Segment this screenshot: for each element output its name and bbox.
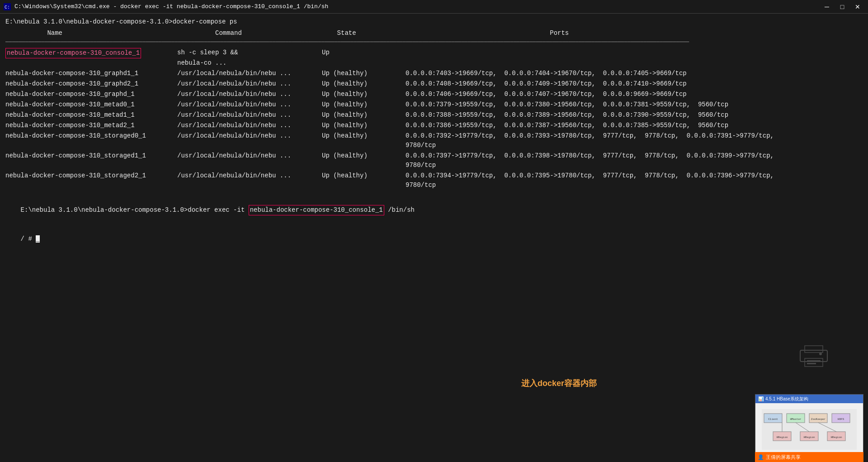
- container-state-metad1: Up (healthy): [322, 110, 406, 120]
- svg-text:Client: Client: [768, 418, 778, 421]
- table-row: nebula-docker-compose-310_graphd2_1 /usr…: [5, 79, 863, 89]
- table-row: nebula-docker-compose-310_console_1 sh -…: [5, 48, 863, 68]
- container-name-graphd: nebula-docker-compose-310_graphd_1: [5, 90, 177, 99]
- shell-prompt-line: / # _: [5, 225, 863, 253]
- row-line2-console: nebula-co ...: [5, 58, 863, 68]
- highlighted-container-name: nebula-docker-compose-310_console_1: [5, 48, 141, 58]
- row-line1: nebula-docker-compose-310_storaged2_1 /u…: [5, 171, 863, 181]
- table-divider: ────────────────────────────────────────…: [5, 38, 863, 46]
- thumbnail-icon: 📊: [758, 395, 764, 402]
- container-state-metad2: Up (healthy): [322, 121, 406, 130]
- screenshare-text: 王倩的屏幕共享: [766, 453, 801, 461]
- container-name-metad0: nebula-docker-compose-310_metad0_1: [5, 100, 177, 110]
- header-command: Command: [177, 29, 322, 38]
- screenshare-banner: 👤 王倩的屏幕共享: [755, 452, 863, 462]
- header-ports: Ports: [406, 29, 569, 38]
- cursor-block: _: [36, 235, 39, 243]
- svg-text:HDFS: HDFS: [838, 418, 844, 421]
- container-state-storaged2: Up (healthy): [322, 171, 406, 181]
- svg-text:HRegion: HRegion: [830, 436, 842, 439]
- container-ports-graphd: 0.0.0.0:7406->19669/tcp, 0.0.0.0:7407->1…: [406, 90, 687, 99]
- header-state: State: [322, 29, 406, 38]
- container-command-graphd: /usr/local/nebula/bin/nebu ...: [177, 90, 322, 99]
- container-command-graphd2: /usr/local/nebula/bin/nebu ...: [177, 79, 322, 89]
- row-line1: nebula-docker-compose-310_metad1_1 /usr/…: [5, 110, 863, 120]
- shell-prompt: / #: [21, 235, 36, 243]
- cmd-icon: C:: [4, 3, 11, 10]
- thumbnail-overlay: 📊 4.5.1 HBase系统架构 Client HMaster ZooKeep…: [755, 394, 863, 457]
- container-command-console: sh -c sleep 3 &&: [177, 48, 322, 58]
- row-line1: nebula-docker-compose-310_graphd1_1 /usr…: [5, 69, 863, 78]
- row-line1: nebula-docker-compose-310_storaged1_1 /u…: [5, 151, 863, 161]
- svg-rect-3: [805, 346, 823, 352]
- row-line1: nebula-docker-compose-310_metad2_1 /usr/…: [5, 121, 863, 130]
- container-state-metad0: Up (healthy): [322, 100, 406, 110]
- command-prompt-line: E:\nebula 3.1.0\nebula-docker-compose-3.…: [5, 17, 863, 27]
- container-ports-graphd1: 0.0.0.0:7403->19669/tcp, 0.0.0.0:7404->1…: [406, 69, 687, 78]
- close-button[interactable]: ✕: [851, 2, 864, 11]
- thumbnail-header: 📊 4.5.1 HBase系统架构: [755, 395, 863, 403]
- table-row: nebula-docker-compose-310_metad0_1 /usr/…: [5, 100, 863, 110]
- title-bar-controls: ─ □ ✕: [820, 2, 864, 11]
- container-name-metad1: nebula-docker-compose-310_metad1_1: [5, 110, 177, 120]
- printer-icon: [796, 341, 832, 372]
- svg-text:ZooKeeper: ZooKeeper: [811, 418, 826, 421]
- restore-button[interactable]: □: [835, 2, 849, 11]
- exec-cmd-text: /bin/sh: [384, 206, 415, 214]
- container-command-storaged0: /usr/local/nebula/bin/nebu ...: [177, 131, 322, 141]
- table-row: nebula-docker-compose-310_metad1_1 /usr/…: [5, 110, 863, 120]
- screenshare-icon: 👤: [758, 453, 764, 461]
- table-row: nebula-docker-compose-310_storaged2_1 /u…: [5, 171, 863, 190]
- svg-text:HRegion: HRegion: [803, 436, 815, 439]
- row-line2-storaged2: 9780/tcp: [5, 181, 863, 190]
- container-ports-storaged1: 0.0.0.0:7397->19779/tcp, 0.0.0.0:7398->1…: [406, 151, 774, 161]
- row-line1: nebula-docker-compose-310_storaged0_1 /u…: [5, 131, 863, 141]
- svg-rect-2: [800, 350, 827, 362]
- chinese-annotation: 进入docker容器内部: [521, 377, 597, 390]
- title-bar-text: C:\Windows\System32\cmd.exe - docker exe…: [14, 3, 328, 10]
- thumbnail-body: Client HMaster ZooKeeper HDFS HRegion HR…: [755, 403, 863, 456]
- container-name-console: nebula-docker-compose-310_console_1: [5, 48, 177, 58]
- container-ports-metad0: 0.0.0.0:7379->19559/tcp, 0.0.0.0:7380->1…: [406, 100, 728, 110]
- row-line2-storaged0: 9780/tcp: [5, 141, 863, 150]
- row-line1: nebula-docker-compose-310_graphd_1 /usr/…: [5, 90, 863, 99]
- title-bar-left: C: C:\Windows\System32\cmd.exe - docker …: [4, 3, 328, 10]
- container-state-console: Up: [322, 48, 406, 58]
- container-name-graphd1: nebula-docker-compose-310_graphd1_1: [5, 69, 177, 78]
- container-command-metad2: /usr/local/nebula/bin/nebu ...: [177, 121, 322, 130]
- thumbnail-title: 4.5.1 HBase系统架构: [765, 395, 808, 402]
- container-state-storaged1: Up (healthy): [322, 151, 406, 161]
- table-row: nebula-docker-compose-310_storaged0_1 /u…: [5, 131, 863, 150]
- table-row: nebula-docker-compose-310_storaged1_1 /u…: [5, 151, 863, 170]
- container-ports-storaged0: 0.0.0.0:7392->19779/tcp, 0.0.0.0:7393->1…: [406, 131, 774, 141]
- container-ports-graphd2: 0.0.0.0:7408->19669/tcp, 0.0.0.0:7409->1…: [406, 79, 687, 89]
- highlighted-exec-container: nebula-docker-compose-310_console_1: [249, 205, 384, 215]
- container-state-graphd1: Up (healthy): [322, 69, 406, 78]
- container-state-storaged0: Up (healthy): [322, 131, 406, 141]
- container-ports-metad1: 0.0.0.0:7388->19559/tcp, 0.0.0.0:7389->1…: [406, 110, 728, 120]
- exec-command-line: E:\nebula 3.1.0\nebula-docker-compose-3.…: [5, 195, 863, 225]
- row-line1: nebula-docker-compose-310_graphd2_1 /usr…: [5, 79, 863, 89]
- svg-rect-4: [805, 358, 823, 367]
- terminal-window: E:\nebula 3.1.0\nebula-docker-compose-3.…: [0, 14, 868, 462]
- svg-point-7: [819, 352, 822, 355]
- minimize-button[interactable]: ─: [820, 2, 834, 11]
- container-name-storaged1: nebula-docker-compose-310_storaged1_1: [5, 151, 177, 161]
- svg-text:HRegion: HRegion: [776, 436, 788, 439]
- row-line1: nebula-docker-compose-310_metad0_1 /usr/…: [5, 100, 863, 110]
- svg-rect-5: [807, 360, 821, 362]
- svg-text:C:: C:: [5, 5, 10, 10]
- exec-prompt-text: E:\nebula 3.1.0\nebula-docker-compose-3.…: [21, 206, 249, 214]
- container-ports-metad2: 0.0.0.0:7386->19559/tcp, 0.0.0.0:7387->1…: [406, 121, 728, 130]
- container-ports-storaged2: 0.0.0.0:7394->19779/tcp, 0.0.0.0:7395->1…: [406, 171, 774, 181]
- container-state-graphd2: Up (healthy): [322, 79, 406, 89]
- container-state-graphd: Up (healthy): [322, 90, 406, 99]
- header-name: Name: [5, 29, 177, 38]
- container-command-storaged2: /usr/local/nebula/bin/nebu ...: [177, 171, 322, 181]
- container-name-storaged0: nebula-docker-compose-310_storaged0_1: [5, 131, 177, 141]
- row-line1: nebula-docker-compose-310_console_1 sh -…: [5, 48, 863, 58]
- title-bar: C: C:\Windows\System32\cmd.exe - docker …: [0, 0, 868, 14]
- container-name-storaged2: nebula-docker-compose-310_storaged2_1: [5, 171, 177, 181]
- svg-text:HMaster: HMaster: [790, 418, 802, 421]
- container-name-metad2: nebula-docker-compose-310_metad2_1: [5, 121, 177, 130]
